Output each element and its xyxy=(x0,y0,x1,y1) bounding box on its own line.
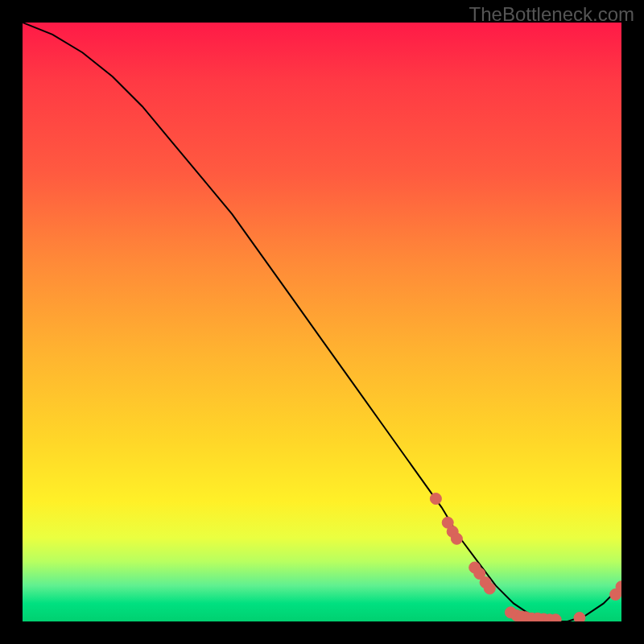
data-point-p15 xyxy=(538,613,549,621)
data-point-p18 xyxy=(574,613,585,622)
plot-area xyxy=(23,23,621,621)
data-point-p14 xyxy=(532,613,543,621)
data-points xyxy=(430,493,621,622)
watermark-text: TheBottleneck.com xyxy=(469,3,634,26)
data-point-p19 xyxy=(610,589,621,601)
data-point-p5 xyxy=(469,562,481,573)
chart-frame: TheBottleneck.com xyxy=(0,0,644,644)
data-point-p7 xyxy=(480,577,491,588)
data-point-p3 xyxy=(447,526,458,537)
data-point-p17 xyxy=(550,614,561,621)
bottleneck-curve xyxy=(23,23,621,621)
data-point-p9 xyxy=(505,607,516,618)
data-point-p13 xyxy=(526,613,537,621)
data-point-p8 xyxy=(484,583,495,594)
chart-svg xyxy=(23,23,621,621)
data-point-p4 xyxy=(451,533,462,544)
data-point-p2 xyxy=(442,517,453,528)
data-point-p1 xyxy=(430,493,441,505)
data-point-p16 xyxy=(544,614,555,621)
data-point-p11 xyxy=(516,611,527,621)
data-point-p6 xyxy=(474,568,485,580)
data-point-p20 xyxy=(616,581,621,592)
data-point-p10 xyxy=(511,610,522,621)
data-point-p12 xyxy=(520,612,531,621)
